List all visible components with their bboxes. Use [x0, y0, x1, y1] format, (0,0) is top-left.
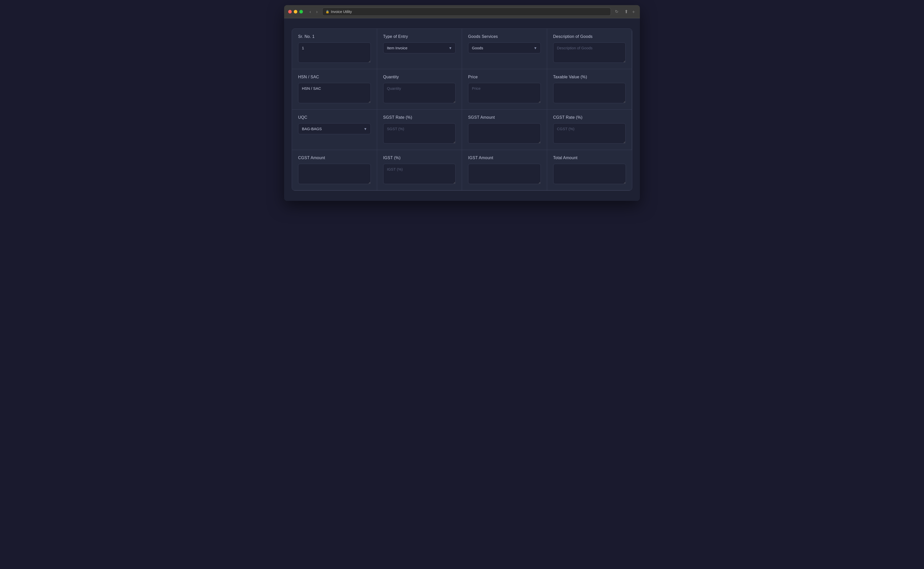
field-select-0-2[interactable]: GoodsServices [468, 43, 541, 53]
field-label-3-3: Total Amount [553, 155, 626, 160]
field-label-2-3: CGST Rate (%) [553, 115, 626, 120]
field-label-0-0: Sr. No. 1 [298, 34, 371, 39]
field-label-3-1: IGST (%) [383, 155, 456, 160]
browser-titlebar: ‹ › 🔒 Invoice Utility ↻ ⬆ ＋ [284, 5, 640, 18]
field-label-0-3: Description of Goods [553, 34, 626, 39]
lock-icon: 🔒 [326, 10, 329, 14]
field-label-2-2: SGST Amount [468, 115, 541, 120]
input-wrapper-3-0 [298, 164, 371, 185]
input-wrapper-3-1 [383, 164, 456, 185]
field-label-3-2: IGST Amount [468, 155, 541, 160]
back-button[interactable]: ‹ [308, 8, 313, 15]
field-label-1-1: Quantity [383, 75, 456, 79]
input-wrapper-1-0 [298, 83, 371, 104]
traffic-light-red[interactable] [288, 10, 292, 14]
select-wrapper-0-2: GoodsServices▼ [468, 43, 541, 53]
input-wrapper-1-1 [383, 83, 456, 104]
form-cell-0-2: Goods ServicesGoodsServices▼ [462, 29, 547, 69]
field-label-2-1: SGST Rate (%) [383, 115, 456, 120]
field-input-2-2[interactable] [468, 123, 541, 144]
form-cell-2-2: SGST Amount [462, 110, 547, 150]
field-input-3-1[interactable] [383, 164, 456, 184]
field-select-0-1[interactable]: Item InvoiceService InvoiceCredit NoteDe… [383, 43, 456, 53]
traffic-light-green[interactable] [299, 10, 303, 14]
field-label-0-2: Goods Services [468, 34, 541, 39]
field-label-0-1: Type of Entry [383, 34, 456, 39]
url-text: Invoice Utility [331, 10, 352, 14]
field-input-3-3[interactable] [553, 164, 626, 184]
select-wrapper-2-0: BAG-BAGSBOX-BOXKGS-KILOGRAMSNOS-NUMBERS▼ [298, 123, 371, 134]
form-cell-2-3: CGST Rate (%) [547, 110, 632, 150]
field-input-3-0[interactable] [298, 164, 371, 184]
field-input-2-1[interactable] [383, 123, 456, 144]
form-container: Sr. No. 1Type of EntryItem InvoiceServic… [292, 29, 632, 191]
field-label-2-0: UQC [298, 115, 371, 120]
browser-actions: ⬆ ＋ [624, 9, 636, 15]
input-wrapper-2-3 [553, 123, 626, 145]
field-input-1-3[interactable] [553, 83, 626, 103]
form-cell-0-0: Sr. No. 1 [292, 29, 377, 69]
input-wrapper-1-2 [468, 83, 541, 104]
input-wrapper-2-2 [468, 123, 541, 145]
field-select-2-0[interactable]: BAG-BAGSBOX-BOXKGS-KILOGRAMSNOS-NUMBERS [298, 123, 371, 134]
form-cell-3-3: Total Amount [547, 150, 632, 190]
form-cell-3-0: CGST Amount [292, 150, 377, 190]
form-cell-1-3: Taxable Value (%) [547, 69, 632, 110]
field-input-0-3[interactable] [553, 43, 626, 63]
form-cell-3-2: IGST Amount [462, 150, 547, 190]
input-wrapper-0-3 [553, 43, 626, 64]
input-wrapper-1-3 [553, 83, 626, 104]
browser-window: ‹ › 🔒 Invoice Utility ↻ ⬆ ＋ Sr. No. 1Typ… [284, 5, 640, 201]
share-button[interactable]: ⬆ [624, 9, 628, 15]
reload-button[interactable]: ↻ [614, 8, 619, 15]
form-cell-2-1: SGST Rate (%) [377, 110, 462, 150]
field-input-1-2[interactable] [468, 83, 541, 103]
select-wrapper-0-1: Item InvoiceService InvoiceCredit NoteDe… [383, 43, 456, 53]
input-wrapper-2-1 [383, 123, 456, 145]
form-cell-0-3: Description of Goods [547, 29, 632, 69]
form-cell-0-1: Type of EntryItem InvoiceService Invoice… [377, 29, 462, 69]
nav-buttons: ‹ › [308, 8, 319, 15]
traffic-lights [288, 10, 303, 14]
input-wrapper-3-2 [468, 164, 541, 185]
form-cell-2-0: UQCBAG-BAGSBOX-BOXKGS-KILOGRAMSNOS-NUMBE… [292, 110, 377, 150]
field-label-1-3: Taxable Value (%) [553, 75, 626, 79]
page-content: Sr. No. 1Type of EntryItem InvoiceServic… [284, 18, 640, 201]
input-wrapper-3-3 [553, 164, 626, 185]
field-input-3-2[interactable] [468, 164, 541, 184]
field-input-1-1[interactable] [383, 83, 456, 103]
field-label-3-0: CGST Amount [298, 155, 371, 160]
field-input-0-0[interactable] [298, 43, 371, 63]
input-wrapper-0-0 [298, 43, 371, 64]
new-tab-button[interactable]: ＋ [631, 9, 636, 15]
field-label-1-2: Price [468, 75, 541, 79]
url-bar[interactable]: 🔒 Invoice Utility [322, 8, 611, 16]
form-cell-1-0: HSN / SAC [292, 69, 377, 110]
form-cell-1-2: Price [462, 69, 547, 110]
form-cell-1-1: Quantity [377, 69, 462, 110]
form-cell-3-1: IGST (%) [377, 150, 462, 190]
field-label-1-0: HSN / SAC [298, 75, 371, 79]
traffic-light-yellow[interactable] [294, 10, 297, 14]
field-input-2-3[interactable] [553, 123, 626, 144]
field-input-1-0[interactable] [298, 83, 371, 103]
forward-button[interactable]: › [315, 8, 319, 15]
form-grid: Sr. No. 1Type of EntryItem InvoiceServic… [292, 29, 632, 190]
